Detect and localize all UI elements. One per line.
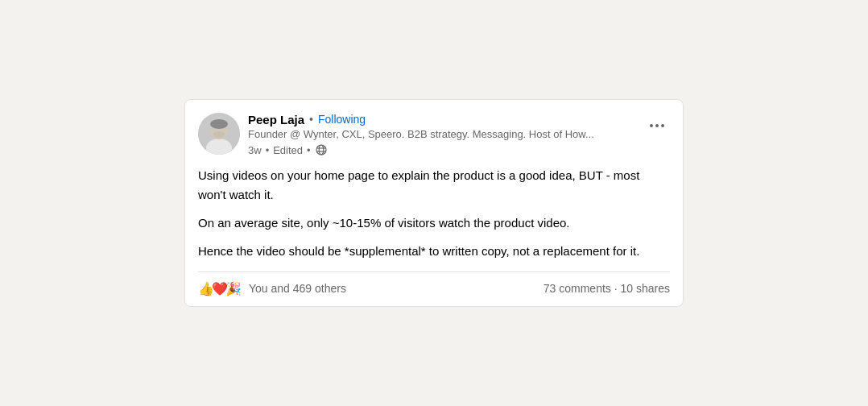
- post-card: Peep Laja • Following Founder @ Wynter, …: [184, 99, 684, 308]
- user-name[interactable]: Peep Laja: [248, 113, 304, 126]
- more-options-button[interactable]: [644, 113, 670, 139]
- user-info-section: Peep Laja • Following Founder @ Wynter, …: [198, 113, 594, 157]
- post-meta: 3w • Edited •: [248, 143, 594, 156]
- paragraph-3: Hence the video should be *supplemental*…: [198, 242, 670, 260]
- three-dots-icon: [650, 124, 664, 127]
- dot-separator-2: •: [266, 144, 270, 156]
- post-time: 3w: [248, 144, 262, 156]
- dot-separator-3: •: [307, 144, 311, 156]
- reactions-row: 👍 ❤️ 🎉 You and 469 others 73 comments · …: [198, 271, 670, 296]
- dot-separator-1: •: [309, 113, 313, 126]
- edited-label: Edited: [273, 144, 303, 156]
- paragraph-1: Using videos on your home page to explai…: [198, 166, 670, 204]
- svg-point-6: [319, 145, 324, 155]
- paragraph-2: On an average site, only ~10-15% of visi…: [198, 213, 670, 232]
- globe-icon: [315, 143, 328, 156]
- comments-count[interactable]: 73 comments: [544, 282, 611, 295]
- reaction-emoji-3: 🎉: [225, 280, 242, 296]
- user-title: Founder @ Wynter, CXL, Speero. B2B strat…: [248, 128, 594, 142]
- following-status[interactable]: Following: [318, 113, 366, 126]
- shares-count[interactable]: 10 shares: [621, 282, 670, 295]
- user-details: Peep Laja • Following Founder @ Wynter, …: [248, 113, 594, 157]
- svg-point-4: [213, 131, 225, 138]
- dot-separator-4: ·: [614, 282, 618, 295]
- svg-point-3: [210, 119, 228, 129]
- reaction-emojis: 👍 ❤️ 🎉: [198, 280, 242, 296]
- post-header: Peep Laja • Following Founder @ Wynter, …: [198, 113, 670, 157]
- post-content: Using videos on your home page to explai…: [198, 166, 670, 260]
- name-row: Peep Laja • Following: [248, 113, 594, 126]
- svg-point-5: [316, 145, 326, 155]
- reactions-right: 73 comments · 10 shares: [544, 282, 670, 295]
- reactions-left: 👍 ❤️ 🎉 You and 469 others: [198, 280, 346, 296]
- reaction-count[interactable]: You and 469 others: [249, 282, 346, 295]
- avatar[interactable]: [198, 113, 240, 155]
